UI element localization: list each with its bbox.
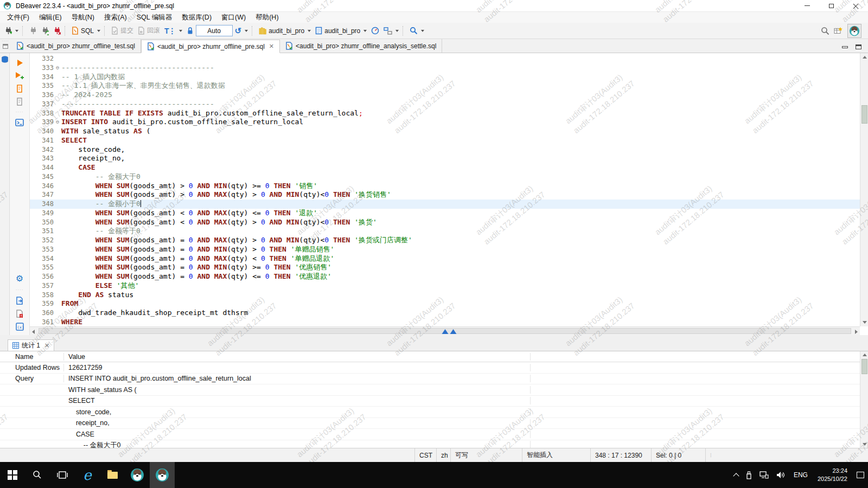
- rollback-button[interactable]: 回滚: [136, 24, 162, 37]
- table-row[interactable]: WITH sale_status AS (: [0, 384, 868, 396]
- status-locale[interactable]: zh: [436, 448, 450, 462]
- table-row[interactable]: store_code,: [0, 407, 868, 418]
- editor-tab[interactable]: <audit_bi_pro> zhumr_offline_test.sql: [11, 39, 141, 53]
- close-button[interactable]: [844, 0, 868, 11]
- disconnect-button[interactable]: [51, 24, 63, 37]
- code-line[interactable]: 348 -- 金额小于0: [30, 200, 860, 209]
- reconnect-button[interactable]: [39, 24, 51, 37]
- stats-vertical-scrollbar[interactable]: [860, 351, 868, 448]
- sql-editor-canvas[interactable]: 332333⊖---------------------------------…: [30, 53, 868, 335]
- code-line[interactable]: 359FROM: [30, 299, 860, 309]
- task-view-button[interactable]: [50, 462, 75, 488]
- network-tray-icon[interactable]: [756, 462, 773, 488]
- code-line[interactable]: 356 WHEN SUM(goods_amt) = 0 AND MAX(qty)…: [30, 272, 860, 281]
- new-connection-button[interactable]: [2, 24, 21, 37]
- code-line[interactable]: 340WITH sale_status AS (: [30, 127, 860, 136]
- table-row[interactable]: CASE: [0, 429, 868, 440]
- menu-item-edit[interactable]: 编辑(E): [34, 12, 67, 23]
- code-line[interactable]: 332: [30, 54, 860, 63]
- dashboard-button[interactable]: [369, 24, 381, 37]
- code-line[interactable]: 342 store_code,: [30, 145, 860, 155]
- code-line[interactable]: 338TRUNCATE TABLE IF EXISTS audit_bi_pro…: [30, 109, 860, 118]
- fold-marker-icon[interactable]: ⊖: [54, 118, 61, 127]
- table-row[interactable]: receipt_no,: [0, 418, 868, 429]
- lock-button[interactable]: [184, 24, 196, 37]
- compare-button[interactable]: [381, 24, 401, 37]
- sql-terminal-button[interactable]: [15, 119, 24, 126]
- editor-tab[interactable]: <audit_bi_pro> zhumr_offline_analysis_se…: [280, 39, 442, 53]
- status-caret-position[interactable]: 348 : 17 : 12390: [590, 448, 651, 462]
- code-line[interactable]: 335-- 1.1 插入非海一家、非男生女生销售、退款数据: [30, 81, 860, 91]
- action-center-button[interactable]: [853, 462, 868, 488]
- scroll-up-icon[interactable]: [863, 56, 867, 59]
- execute-script-button[interactable]: [16, 85, 23, 93]
- dbeaver-taskbar-button[interactable]: [125, 462, 150, 488]
- statistics-tab[interactable]: 统计 1 ✕: [8, 339, 54, 351]
- scroll-up-icon[interactable]: [863, 354, 867, 356]
- code-line[interactable]: 344 CASE: [30, 163, 860, 172]
- fold-marker-icon[interactable]: ⊖: [54, 63, 61, 73]
- quick-search-icon[interactable]: [821, 27, 829, 35]
- execute-statement-button[interactable]: [16, 59, 23, 67]
- code-line[interactable]: 346 WHEN SUM(goods_amt) > 0 AND MIN(qty)…: [30, 182, 860, 191]
- editor-settings-gear-icon[interactable]: ⚙: [16, 273, 23, 284]
- column-header-name[interactable]: Name: [0, 353, 64, 361]
- status-insert-mode[interactable]: 智能插入: [522, 448, 590, 462]
- menu-item-sql-editor[interactable]: SQL 编辑器: [132, 12, 177, 23]
- code-line[interactable]: 360 dwd_trade_hkaudit_shop_receipt_mt dt…: [30, 309, 860, 318]
- status-write-mode[interactable]: 可写: [450, 448, 522, 462]
- code-line[interactable]: 357 ELSE '其他': [30, 281, 860, 291]
- restore-panel-arrows[interactable]: [442, 329, 456, 334]
- code-line[interactable]: 345 -- 金额大于0: [30, 172, 860, 182]
- code-line[interactable]: 358 END AS status: [30, 291, 860, 300]
- scrollbar-thumb[interactable]: [861, 359, 867, 374]
- close-tab-icon[interactable]: ✕: [44, 342, 49, 349]
- status-selection[interactable]: Sel: 0 | 0: [651, 448, 705, 462]
- table-row[interactable]: Updated Rows126217259: [0, 362, 868, 374]
- panel-splitter[interactable]: [0, 335, 868, 339]
- transaction-log-button[interactable]: ↺: [233, 24, 251, 37]
- code-line[interactable]: 353 WHEN SUM(goods_amt) = 0 AND MIN(qty)…: [30, 245, 860, 254]
- code-line[interactable]: 361WHERE: [30, 318, 860, 327]
- database-navigator-icon[interactable]: [1, 56, 9, 63]
- user-profile-button[interactable]: [847, 24, 861, 38]
- usb-tray-icon[interactable]: [742, 462, 756, 488]
- file-explorer-button[interactable]: [100, 462, 125, 488]
- menu-item-navigate[interactable]: 导航(N): [67, 12, 99, 23]
- output-log-button[interactable]: [16, 310, 24, 318]
- search-button[interactable]: [407, 24, 426, 37]
- code-line[interactable]: 336-- 2024-2025: [30, 91, 860, 100]
- explain-plan-button[interactable]: [16, 98, 23, 106]
- connect-button[interactable]: [27, 24, 39, 37]
- variables-button[interactable]: (x): [16, 323, 24, 331]
- table-row[interactable]: SELECT: [0, 396, 868, 407]
- maximize-button[interactable]: [819, 0, 844, 11]
- code-line[interactable]: 347 WHEN SUM(goods_amt) > 0 AND MAX(qty)…: [30, 190, 860, 200]
- code-line[interactable]: 343 receipt_no,: [30, 154, 860, 163]
- menu-item-database[interactable]: 数据库(D): [177, 12, 216, 23]
- commit-button[interactable]: 提交: [109, 24, 136, 37]
- show-hidden-icons-button[interactable]: [730, 462, 742, 488]
- code-line[interactable]: 333⊖------------------------------------: [30, 63, 860, 73]
- code-line[interactable]: 337------------------------------------: [30, 100, 860, 109]
- menu-item-search[interactable]: 搜索(A): [99, 12, 132, 23]
- commit-mode-combo[interactable]: Auto: [196, 25, 233, 36]
- restore-pane-icon[interactable]: [3, 44, 8, 49]
- transaction-mode-button[interactable]: T⋮: [162, 24, 184, 37]
- dbeaver-taskbar-button-active[interactable]: [150, 462, 175, 488]
- table-row[interactable]: -- 金额大于0: [0, 440, 868, 448]
- internet-explorer-button[interactable]: e: [75, 462, 100, 488]
- volume-tray-icon[interactable]: [773, 462, 789, 488]
- code-line[interactable]: 351 -- 金额等于0: [30, 227, 860, 236]
- code-line[interactable]: 354 WHEN SUM(goods_amt) = 0 AND MAX(qty)…: [30, 254, 860, 264]
- scroll-down-icon[interactable]: [863, 321, 867, 324]
- language-indicator[interactable]: ENG: [789, 471, 812, 479]
- code-line[interactable]: 350 WHEN SUM(goods_amt) < 0 AND MAX(qty)…: [30, 218, 860, 227]
- database-selector[interactable]: audit_bi_pro: [257, 24, 313, 37]
- sql-editor-button[interactable]: SQL: [69, 24, 103, 37]
- code-line[interactable]: 339⊖INSERT INTO audit_bi_pro.custom_offl…: [30, 118, 860, 127]
- code-line[interactable]: 352 WHEN SUM(goods_amt) = 0 AND MAX(qty)…: [30, 236, 860, 245]
- close-tab-icon[interactable]: ✕: [269, 43, 274, 50]
- minimize-editor-icon[interactable]: [842, 46, 848, 48]
- customize-perspective-icon[interactable]: [834, 27, 843, 35]
